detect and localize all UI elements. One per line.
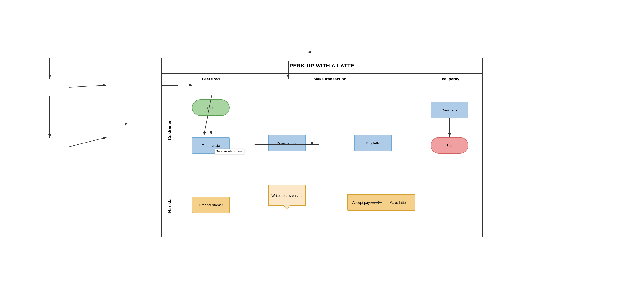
customer-sub-request: Request latte bbox=[244, 85, 330, 175]
drink-latte-node: Drink latte bbox=[430, 102, 468, 118]
find-barista-node: Find barista Try somewhere new bbox=[192, 137, 230, 154]
customer-sub-buy: Buy latte bbox=[330, 85, 416, 175]
header-empty bbox=[162, 74, 178, 85]
barista-sub-write: Write details on cup bbox=[244, 175, 330, 236]
lane-content-col: Start Find barista Try somewhere new bbox=[178, 85, 482, 236]
customer-feel-perky-cell: Drink latte End bbox=[416, 85, 482, 175]
arrow-accept-make bbox=[330, 175, 416, 236]
greet-customer-node: Greet customer bbox=[192, 196, 230, 213]
start-node: Start bbox=[192, 100, 230, 116]
lane-label-customer: Customer bbox=[162, 85, 178, 175]
lane-label-barista: Barista bbox=[162, 175, 178, 236]
swim-lanes: Customer Barista Start Find barista Try bbox=[162, 85, 482, 236]
svg-line-15 bbox=[69, 137, 106, 147]
diagram-wrapper: PERK UP WITH A LATTE Feel tired Make tra… bbox=[161, 58, 483, 237]
request-latte-node: Request latte bbox=[268, 135, 306, 151]
barista-sub-accept-make: Accept payment Make latte bbox=[330, 175, 416, 236]
customer-row: Start Find barista Try somewhere new bbox=[178, 85, 482, 175]
svg-marker-1 bbox=[210, 131, 212, 135]
swim-header-row: Feel tired Make transaction Feel perky bbox=[162, 74, 482, 85]
lane-label-col: Customer Barista bbox=[162, 85, 178, 236]
arrow-start-findbarista bbox=[211, 116, 211, 137]
customer-make-transaction-cell: Request latte Buy latte bbox=[244, 85, 416, 175]
write-details-node: Write details on cup bbox=[268, 185, 306, 206]
customer-feel-tired-cell: Start Find barista Try somewhere new bbox=[178, 85, 244, 175]
tooltip: Try somewhere new bbox=[214, 149, 244, 154]
diagram-title: PERK UP WITH A LATTE bbox=[162, 58, 482, 74]
end-node: End bbox=[430, 137, 468, 154]
buy-latte-node: Buy latte bbox=[354, 135, 392, 151]
header-make-transaction: Make transaction bbox=[244, 74, 416, 85]
barista-feel-perky-cell bbox=[416, 175, 482, 236]
arrow-drink-end bbox=[450, 118, 450, 140]
barista-make-transaction-cell: Write details on cup Accept payment bbox=[244, 175, 416, 236]
barista-feel-tired-cell: Greet customer bbox=[178, 175, 244, 236]
header-feel-tired: Feel tired bbox=[178, 74, 244, 85]
svg-line-10 bbox=[69, 85, 106, 88]
barista-row: Greet customer Write details on cup bbox=[178, 175, 482, 236]
header-feel-perky: Feel perky bbox=[416, 74, 482, 85]
